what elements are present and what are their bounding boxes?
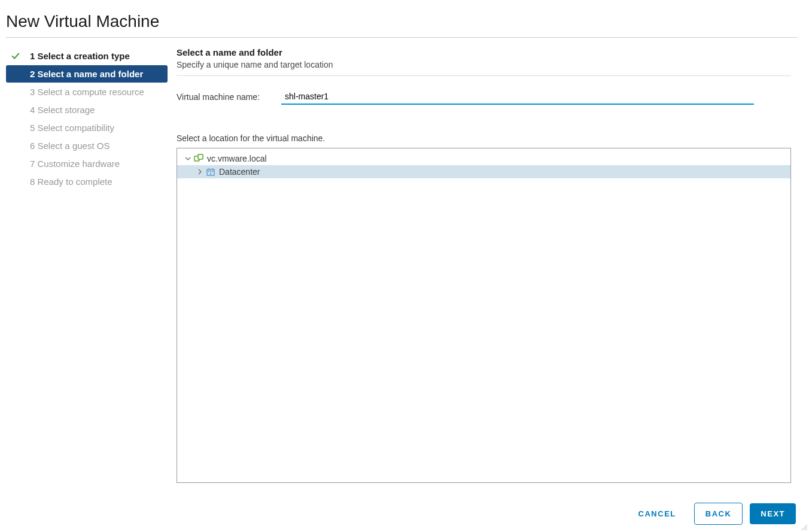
vcenter-icon [193,154,205,163]
step-label: 6 Select a guest OS [22,141,110,151]
next-button[interactable]: Next [750,503,796,524]
panel-subheading: Specify a unique name and target locatio… [177,60,791,76]
wizard-step-compute-resource[interactable]: 3 Select a compute resource [6,83,168,101]
step-label: 5 Select compatibility [22,123,114,133]
tree-node-vcenter[interactable]: vc.vmware.local [177,152,790,165]
tree-node-label: vc.vmware.local [207,154,267,163]
step-label: 7 Customize hardware [22,159,120,169]
tree-node-datacenter[interactable]: Datacenter [177,165,790,178]
panel-heading: Select a name and folder [177,47,791,57]
step-label: 2 Select a name and folder [22,69,143,79]
svg-rect-6 [208,171,209,172]
step-label: 8 Ready to complete [22,177,112,187]
tree-node-label: Datacenter [219,167,260,177]
dialog-title: New Virtual Machine [6,6,797,38]
svg-rect-7 [212,171,214,172]
wizard-step-name-folder[interactable]: 2 Select a name and folder [6,65,168,83]
main-panel: Select a name and folder Specify a uniqu… [168,44,797,483]
datacenter-icon [205,167,217,177]
back-button[interactable]: Back [694,503,743,525]
step-label: 1 Select a creation type [22,51,130,61]
location-tree[interactable]: vc.vmware.local [177,148,791,483]
check-icon [10,52,22,60]
wizard-step-storage[interactable]: 4 Select storage [6,101,168,118]
svg-line-10 [807,530,807,530]
dialog-footer: Cancel Back Next [628,503,796,525]
wizard-step-guest-os[interactable]: 6 Select a guest OS [6,137,168,154]
wizard-step-creation-type[interactable]: 1 Select a creation type [6,47,168,65]
location-label: Select a location for the virtual machin… [177,133,791,143]
wizard-step-ready[interactable]: 8 Ready to complete [6,173,168,190]
wizard-step-customize-hardware[interactable]: 7 Customize hardware [6,155,168,172]
svg-line-8 [802,525,807,530]
vm-name-input[interactable] [281,89,754,105]
vm-name-label: Virtual machine name: [177,92,281,102]
chevron-right-icon[interactable] [195,168,205,175]
wizard-step-compatibility[interactable]: 5 Select compatibility [6,119,168,136]
step-label: 3 Select a compute resource [22,87,144,97]
resize-handle-icon[interactable] [801,524,808,531]
step-label: 4 Select storage [22,105,95,115]
svg-rect-1 [198,154,203,159]
wizard-nav: 1 Select a creation type 2 Select a name… [6,44,168,483]
chevron-down-icon[interactable] [183,155,193,162]
cancel-button[interactable]: Cancel [628,503,687,524]
